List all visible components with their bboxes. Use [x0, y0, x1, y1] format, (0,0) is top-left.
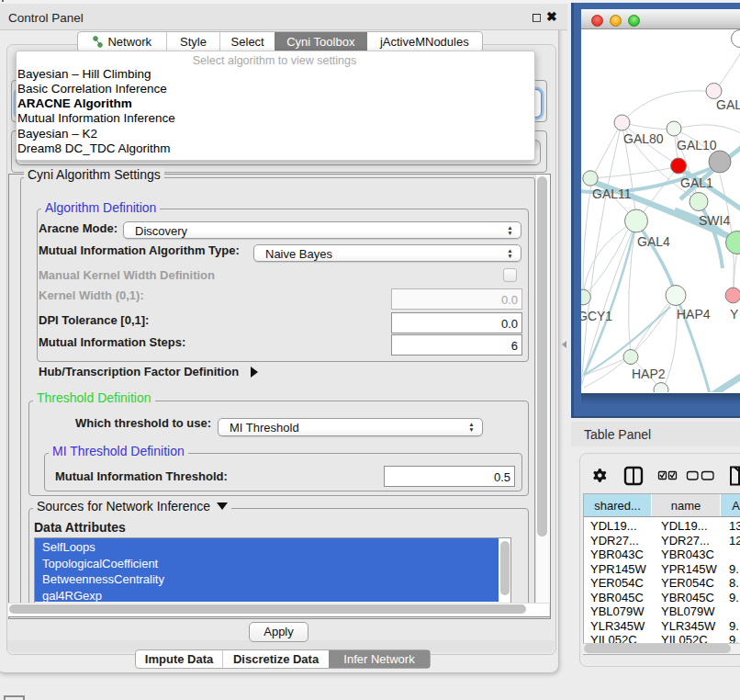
svg-text:HAP2: HAP2: [632, 367, 666, 381]
svg-text:GCY1: GCY1: [581, 309, 612, 323]
svg-text:HAP4: HAP4: [677, 307, 711, 322]
svg-text:Y: Y: [730, 307, 739, 322]
svg-text:GAL80: GAL80: [623, 131, 664, 146]
svg-text:GAL7: GAL7: [716, 97, 740, 112]
svg-text:GAL4: GAL4: [637, 234, 670, 249]
svg-text:GAL11: GAL11: [592, 186, 632, 201]
svg-text:SWI4: SWI4: [699, 213, 730, 228]
svg-text:GAL1: GAL1: [680, 175, 713, 190]
svg-text:GAL10: GAL10: [677, 138, 717, 152]
